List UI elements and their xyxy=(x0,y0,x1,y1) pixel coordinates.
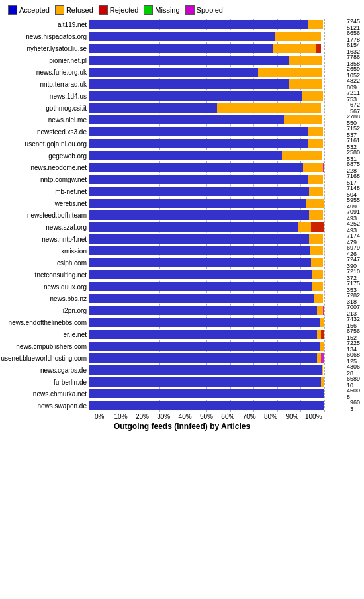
bar-segment-refused-7 xyxy=(217,103,321,113)
bar-segment-spooled-28 xyxy=(321,353,324,363)
y-label-9: newsfeed.xs3.de xyxy=(3,126,89,138)
y-axis-labels: alt119.netnews.hispagatos.orgnyheter.lys… xyxy=(3,19,89,412)
bar-segment-refused-24 xyxy=(317,306,323,315)
bar-row-16: 7091493 xyxy=(89,209,324,221)
bar-row-15: 5955499 xyxy=(89,197,324,209)
bar-segment-refused-27 xyxy=(320,342,324,351)
bar-row-30: 658910 xyxy=(89,376,324,388)
x-label-4: 40% xyxy=(174,413,195,420)
y-label-1: news.hispagatos.org xyxy=(3,30,89,42)
x-label-5: 50% xyxy=(196,413,217,420)
bar-segment-accepted-18 xyxy=(89,234,309,244)
bar-segment-refused-2 xyxy=(273,44,316,53)
legend-color-accepted xyxy=(8,5,17,15)
bar-row-0: 72455121 xyxy=(89,19,324,30)
legend-item-missing: Missing xyxy=(144,5,179,15)
bar-row-12: 6875228 xyxy=(89,161,324,173)
bar-row-31: 45008 xyxy=(89,388,324,400)
bar-row-2: 61541632 xyxy=(89,42,324,54)
bar-segment-accepted-13 xyxy=(89,175,308,184)
y-label-32: news.swapon.de xyxy=(3,400,89,412)
bar-segment-accepted-14 xyxy=(89,187,309,196)
legend-label-accepted: Accepted xyxy=(19,6,50,14)
y-label-19: xmission xyxy=(3,245,89,257)
bar-segment-refused-18 xyxy=(309,234,323,244)
bar-row-22: 7175353 xyxy=(89,281,324,293)
bar-segment-accepted-24 xyxy=(89,306,317,315)
y-label-28: usenet.blueworldhosting.com xyxy=(3,352,89,364)
bar-segment-accepted-27 xyxy=(89,342,320,351)
bar-row-23: 7282318 xyxy=(89,293,324,304)
y-label-15: weretis.net xyxy=(3,197,89,209)
y-label-26: er.je.net xyxy=(3,328,89,340)
y-label-30: fu-berlin.de xyxy=(3,376,89,388)
y-label-2: nyheter.lysator.liu.se xyxy=(3,42,89,54)
bar-segment-accepted-29 xyxy=(89,365,322,375)
bar-row-29: 430628 xyxy=(89,364,324,376)
y-label-3: pionier.net.pl xyxy=(3,54,89,66)
x-label-8: 80% xyxy=(260,413,281,420)
bar-segment-refused-4 xyxy=(258,68,322,77)
chart-container: AcceptedRefusedRejectedMissingSpooled al… xyxy=(0,0,364,435)
bar-segment-refused-23 xyxy=(314,294,323,303)
bar-segment-refused-30 xyxy=(321,377,324,387)
bar-row-11: 2580531 xyxy=(89,150,324,161)
bar-segment-spooled-24 xyxy=(323,306,324,315)
bar-row-25: 7432156 xyxy=(89,316,324,328)
bar-segment-refused-8 xyxy=(284,115,322,124)
bar-row-5: 4822809 xyxy=(89,78,324,90)
y-label-18: news.nntp4.net xyxy=(3,233,89,245)
y-label-16: newsfeed.bofh.team xyxy=(3,209,89,221)
y-label-25: news.endofthelinebbs.com xyxy=(3,316,89,328)
bar-segment-accepted-6 xyxy=(89,91,302,101)
x-label-0: 0% xyxy=(89,413,110,420)
y-label-13: nntp.comgw.net xyxy=(3,173,89,185)
bar-segment-refused-15 xyxy=(306,199,324,208)
bar-row-27: 7225134 xyxy=(89,340,324,352)
bar-row-13: 7168517 xyxy=(89,173,324,185)
y-label-21: tnetconsulting.net xyxy=(3,269,89,281)
y-label-29: news.cgarbs.de xyxy=(3,364,89,376)
bar-segment-accepted-3 xyxy=(89,56,289,65)
bar-segment-refused-21 xyxy=(312,270,323,279)
bar-segment-accepted-4 xyxy=(89,68,258,77)
bar-segment-refused-10 xyxy=(308,139,323,148)
bar-segment-accepted-11 xyxy=(89,151,282,160)
legend-item-spooled: Spooled xyxy=(185,5,223,15)
bar-row-18: 7174479 xyxy=(89,233,324,245)
bars-area: 7245512166561778615416327786135826591052… xyxy=(89,19,324,412)
y-label-22: news.quux.org xyxy=(3,281,89,293)
bar-segment-accepted-2 xyxy=(89,44,273,53)
bar-segment-accepted-19 xyxy=(89,246,310,255)
legend-item-accepted: Accepted xyxy=(8,5,50,15)
bar-row-17: 4252493 xyxy=(89,221,324,233)
grid-line-10 xyxy=(324,19,325,412)
bar-segment-accepted-9 xyxy=(89,127,308,136)
x-label-9: 90% xyxy=(281,413,302,420)
bar-segment-refused-11 xyxy=(282,151,322,160)
bar-segment-accepted-7 xyxy=(89,103,217,113)
y-label-11: gegeweb.org xyxy=(3,150,89,161)
y-label-14: mb-net.net xyxy=(3,185,89,197)
bar-row-3: 77861358 xyxy=(89,54,324,66)
bar-segment-accepted-1 xyxy=(89,32,275,41)
x-label-2: 20% xyxy=(132,413,153,420)
bar-row-9: 7152537 xyxy=(89,126,324,138)
legend: AcceptedRefusedRejectedMissingSpooled xyxy=(3,3,361,19)
bar-segment-refused-32 xyxy=(324,401,324,410)
bar-row-14: 7148504 xyxy=(89,185,324,197)
bar-segment-accepted-25 xyxy=(89,318,320,327)
legend-item-rejected: Rejected xyxy=(99,5,138,15)
bar-segment-accepted-17 xyxy=(89,222,298,232)
legend-label-rejected: Rejected xyxy=(110,6,138,14)
bar-row-20: 7247390 xyxy=(89,257,324,269)
y-label-24: i2pn.org xyxy=(3,304,89,316)
x-label-3: 30% xyxy=(153,413,174,420)
bar-segment-refused-12 xyxy=(303,163,323,172)
legend-color-rejected xyxy=(99,5,108,15)
bar-segment-rejected-17 xyxy=(311,222,324,232)
bar-segment-accepted-26 xyxy=(89,330,317,339)
bar-row-1: 66561778 xyxy=(89,30,324,42)
bar-segment-accepted-23 xyxy=(89,294,314,303)
bar-row-6: 7211753 xyxy=(89,90,324,102)
